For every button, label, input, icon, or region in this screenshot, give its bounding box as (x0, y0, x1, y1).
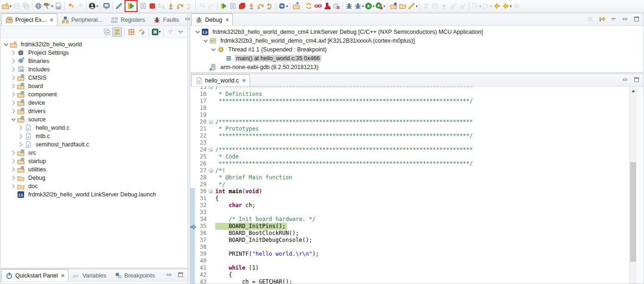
vertical-scrollbar[interactable] (629, 87, 637, 284)
collapse-all-button[interactable] (102, 27, 112, 37)
code-line[interactable]: 32 char ch; (190, 202, 629, 209)
fold-gutter[interactable] (207, 87, 215, 91)
tree-item-source[interactable]: source (0, 115, 188, 124)
chevron-down-icon[interactable] (2, 41, 10, 48)
fold-gutter[interactable] (207, 146, 215, 153)
dropdown-arrow-icon[interactable]: ▾ (479, 4, 481, 8)
tree-item-startup[interactable]: startup (0, 157, 188, 165)
tab-debug[interactable]: Debug× (191, 13, 233, 25)
dropdown-arrow-icon[interactable]: ▾ (159, 30, 161, 34)
code-line[interactable]: 33 (190, 209, 629, 216)
code-line[interactable]: 30int main(void) (190, 188, 629, 195)
code-line[interactable]: 31{ (190, 195, 629, 202)
code-line[interactable]: 23 (190, 139, 629, 146)
scroll-up-arrow[interactable] (630, 87, 637, 94)
chevron-down-icon[interactable] (202, 37, 209, 44)
fold-collapse-icon[interactable] (209, 87, 213, 89)
code-line[interactable]: 35 BOARD_InitPins(); (190, 223, 629, 230)
step-over-all-button[interactable] (256, 1, 265, 11)
chevron-right-icon[interactable] (10, 174, 17, 182)
tree-item-project-settings[interactable]: Project Settings (0, 49, 188, 57)
step-return-all-button[interactable] (265, 1, 275, 11)
tree-item-binaries[interactable]: 10Binaries (0, 57, 188, 65)
synchronize-button[interactable] (137, 27, 146, 37)
code-line[interactable]: 15/*************************************… (190, 87, 629, 91)
code-line[interactable]: 37 BOARD_InitDebugConsole(); (190, 237, 629, 244)
chevron-right-icon[interactable] (10, 183, 17, 190)
suspend-button[interactable] (138, 1, 148, 11)
console-button[interactable] (102, 1, 111, 11)
new-wizard-button[interactable]: ▾ (1, 1, 12, 11)
chevron-down-icon[interactable] (210, 46, 217, 53)
tree-item-mtb-c[interactable]: .cmtb.c (0, 132, 188, 140)
code-line[interactable]: 20/*************************************… (190, 119, 629, 126)
tree-item-device[interactable]: device (0, 99, 188, 107)
refresh-debug-button[interactable] (304, 1, 313, 11)
tab-variables[interactable]: (x)=Variables (69, 269, 110, 281)
tree-item-utilities[interactable]: utilities (0, 165, 188, 174)
code-line[interactable]: 41 while (1) (190, 265, 629, 271)
minimize-button[interactable] (620, 14, 630, 24)
chevron-down-icon[interactable] (10, 116, 17, 123)
dropdown-arrow-icon[interactable]: ▾ (286, 4, 288, 8)
code-line[interactable]: 26 *************************************… (190, 160, 629, 167)
fold-gutter[interactable] (207, 167, 215, 174)
open-project-button[interactable] (389, 1, 398, 11)
tree-item-drivers[interactable]: drivers (0, 107, 188, 115)
view-menu-button[interactable] (176, 27, 185, 37)
tab-faults[interactable]: Faults (149, 13, 183, 25)
chevron-right-icon[interactable] (10, 158, 17, 165)
debug-attach-button[interactable] (344, 1, 354, 11)
tree-item-cmsis[interactable]: CMSIS (0, 74, 188, 82)
link-server-button[interactable] (313, 1, 323, 11)
tab-hello-world-c[interactable]: .chello_world.c× (191, 74, 250, 86)
tree-item-hello-world-c[interactable]: .chello_world.c (0, 124, 188, 132)
dropdown-arrow-icon[interactable]: ▾ (96, 4, 98, 8)
code-line[interactable]: 43 ch = GETCHAR(); (190, 278, 629, 284)
filters-button[interactable]: ▾ (151, 27, 161, 37)
code-area[interactable]: 15/*************************************… (190, 87, 629, 284)
code-line[interactable]: 18 (190, 105, 629, 112)
run-coverage-button[interactable]: ▾ (375, 1, 386, 11)
profile-button[interactable] (323, 1, 332, 11)
dropdown-arrow-icon[interactable]: ▾ (490, 4, 492, 8)
run-button[interactable]: ▾ (364, 1, 375, 11)
import-project-button[interactable] (292, 1, 301, 11)
tree-item-doc[interactable]: doc (0, 182, 188, 190)
code-line[interactable]: 29 */ (190, 181, 629, 188)
binary-utilities-button[interactable]: 010 (54, 1, 63, 11)
code-line[interactable]: 28 * @brief Main function (190, 174, 629, 181)
code-line[interactable]: 39 PRINTF("hello world.\r\n"); (190, 251, 629, 258)
package-presentation-button[interactable] (127, 27, 136, 37)
tab-breakpoints[interactable]: Breakpoints (111, 269, 159, 281)
tree-item-semihost-hardfault-c[interactable]: .csemihost_hardfault.c (0, 140, 188, 149)
launch-globe-button[interactable] (34, 1, 43, 11)
chevron-right-icon[interactable] (10, 107, 17, 115)
tree-item-frdmk32l2b-hello-world-linkser[interactable]: LSfrdmk32l2b_hello_world LinkServer Debu… (0, 190, 188, 199)
chevron-right-icon[interactable] (10, 166, 17, 173)
highlight-marker-button[interactable]: ▾ (407, 1, 418, 11)
dropdown-arrow-icon[interactable]: ▾ (510, 4, 512, 8)
minimize-button[interactable] (164, 270, 174, 279)
resume-button[interactable] (126, 1, 136, 11)
fold-collapse-icon[interactable] (209, 189, 213, 194)
chevron-right-icon[interactable] (10, 82, 17, 90)
last-edit-location-button[interactable] (492, 1, 501, 11)
code-line[interactable]: 25 * Code (190, 153, 629, 160)
code-line[interactable]: 38 (190, 244, 629, 251)
chevron-right-icon[interactable] (10, 91, 17, 98)
tree-item-frdmk32l2b3-hello-world-demo-c[interactable]: frdmk32l2b3_hello_world_demo_cm4.axf [K3… (190, 36, 644, 45)
chevron-right-icon[interactable] (10, 74, 17, 82)
terminate-all-button[interactable] (238, 1, 247, 11)
maximize-button[interactable] (632, 14, 641, 24)
code-line[interactable]: 16 * Definitions (190, 91, 629, 98)
tree-item-src[interactable]: src (0, 149, 188, 157)
dropdown-arrow-icon[interactable]: ▾ (416, 4, 418, 8)
tree-item-arm-none-eabi-gdb-8-2-50-20181[interactable]: arm-none-eabi-gdb (8.2.50.20181213) (190, 63, 644, 71)
fold-collapse-icon[interactable] (209, 169, 213, 173)
fold-gutter[interactable] (207, 188, 215, 195)
code-line[interactable]: 24/*************************************… (190, 146, 629, 153)
fold-collapse-icon[interactable] (209, 148, 213, 152)
code-line[interactable]: 40 (190, 258, 629, 265)
tree-item-includes[interactable]: hIncludes (0, 65, 188, 74)
